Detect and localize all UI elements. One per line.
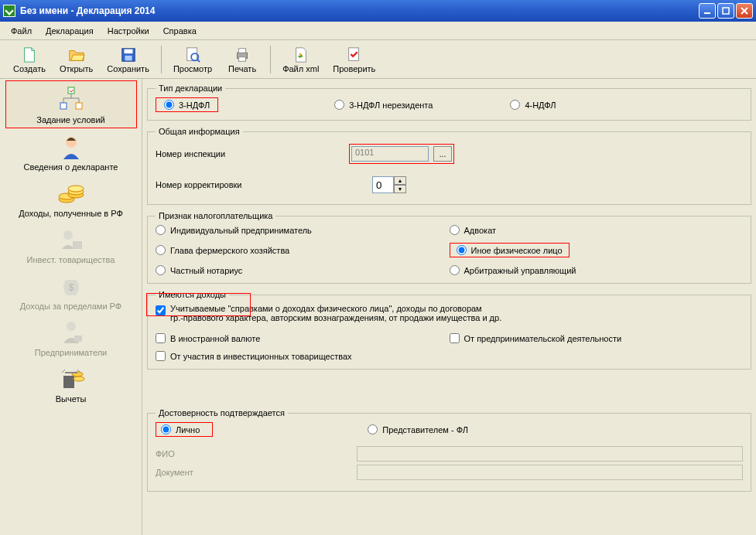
radio-rep[interactable]: [368, 424, 378, 434]
radio-ip[interactable]: [156, 225, 166, 235]
radio-4ndfl-label: 4-НДФЛ: [525, 101, 556, 110]
sidebar-item-declarant[interactable]: Сведения о декларанте: [5, 128, 137, 175]
menu-settings[interactable]: Настройки: [103, 25, 154, 37]
radio-self[interactable]: [161, 424, 171, 434]
radio-rep-wrapper: Представителем - ФЛ: [368, 422, 468, 437]
fio-label: ФИО: [156, 449, 349, 458]
sidebar-label: Задание условий: [8, 115, 135, 124]
close-button[interactable]: [736, 3, 753, 19]
radio-3ndfl-label: 3-НДФЛ: [179, 101, 210, 110]
radio-4ndfl[interactable]: [510, 100, 520, 110]
menu-bar: Файл Декларация Настройки Справка: [0, 22, 756, 40]
chk-spravki-label: Учитываемые "справками о доходах физичес…: [170, 304, 501, 322]
radio-ip-wrapper: Индивидуальный предприниматель: [156, 225, 450, 235]
svg-text:$: $: [68, 282, 74, 293]
confirm-group: Достоверность подтверждается Лично Предс…: [147, 408, 751, 492]
radio-other-label: Иное физическое лицо: [471, 246, 563, 255]
chk-invest-label: От участия в инвестиционных товарищества…: [170, 352, 352, 361]
radio-3ndfl[interactable]: [164, 100, 174, 110]
sidebar-item-conditions[interactable]: Задание условий: [5, 80, 137, 128]
correction-input[interactable]: [372, 176, 394, 193]
chk-invest[interactable]: [156, 351, 166, 361]
correction-spinner[interactable]: ▲ ▼: [372, 176, 406, 193]
chk-spravki[interactable]: [156, 305, 166, 315]
radio-lawyer-wrapper: Адвокат: [450, 225, 744, 235]
inspection-input[interactable]: 0101: [351, 146, 429, 162]
inspection-browse-button[interactable]: ...: [433, 146, 452, 162]
spinner-up-icon[interactable]: ▲: [394, 176, 406, 185]
svg-rect-10: [349, 47, 359, 60]
toolbar-separator: [161, 46, 162, 73]
xml-file-icon: [292, 46, 310, 64]
general-info-group: Общая информация Номер инспекции 0101 ..…: [147, 127, 751, 205]
sidebar-item-invest[interactable]: Инвест. товарищества: [5, 221, 137, 268]
moneybag-icon: $: [7, 271, 135, 302]
form-area: Тип декларации 3-НДФЛ 3-НДФЛ нерезидента…: [142, 79, 756, 535]
preview-button[interactable]: Просмотр: [166, 43, 219, 76]
svg-rect-0: [704, 12, 710, 14]
radio-arbitr-wrapper: Арбитражный управляющий: [450, 265, 744, 275]
radio-notary-wrapper: Частный нотариус: [156, 265, 450, 275]
radio-other-wrapper: Иное физическое лицо: [450, 243, 570, 257]
print-button[interactable]: Печать: [219, 43, 265, 76]
inspection-label: Номер инспекции: [156, 149, 341, 158]
sidebar-label: Сведения о декларанте: [7, 162, 135, 172]
radio-3ndfl-nonres[interactable]: [334, 100, 344, 110]
sidebar-item-income-rf[interactable]: Доходы, полученные в РФ: [5, 175, 137, 221]
filexml-button[interactable]: Файл xml: [275, 43, 326, 76]
sidebar: Задание условий Сведения о декларанте До…: [0, 79, 142, 535]
maximize-button[interactable]: [717, 3, 734, 19]
sidebar-item-income-abroad[interactable]: $ Доходы за пределами РФ: [5, 268, 137, 314]
doc-input[interactable]: [357, 465, 743, 480]
radio-farm-wrapper: Глава фермерского хозяйства: [156, 243, 450, 257]
minimize-button[interactable]: [699, 3, 716, 19]
content-area: Задание условий Сведения о декларанте До…: [0, 79, 756, 535]
general-info-legend: Общая информация: [156, 127, 243, 136]
chk-entrepr[interactable]: [450, 333, 460, 343]
chk-spravki-wrapper: Учитываемые "справками о доходах физичес…: [156, 304, 743, 322]
radio-lawyer-label: Адвокат: [464, 226, 497, 235]
radio-other[interactable]: [457, 245, 467, 255]
radio-notary[interactable]: [156, 265, 166, 275]
correction-label: Номер корректировки: [156, 180, 364, 189]
radio-farm[interactable]: [156, 245, 166, 255]
radio-3ndfl-nonres-wrapper: 3-НДФЛ нерезидента: [334, 97, 433, 112]
menu-declaration[interactable]: Декларация: [41, 25, 98, 37]
check-icon: [345, 46, 364, 64]
svg-rect-24: [74, 336, 82, 342]
fio-input[interactable]: [357, 446, 743, 462]
sidebar-item-deductions[interactable]: Вычеты: [5, 360, 137, 407]
menu-help[interactable]: Справка: [159, 25, 201, 37]
doc-label: Документ: [156, 468, 349, 477]
chk-foreign-label: В иностранной валюте: [170, 334, 260, 343]
radio-self-label: Лично: [176, 425, 200, 434]
radio-lawyer[interactable]: [450, 225, 460, 235]
toolbar: Создать Открыть Сохранить Просмотр Печат…: [0, 40, 756, 79]
entrepreneur-icon: [7, 317, 135, 348]
sidebar-label: Доходы, полученные в РФ: [7, 209, 135, 218]
spinner-down-icon[interactable]: ▼: [394, 185, 406, 193]
toolbar-separator: [270, 46, 271, 73]
radio-arbitr-label: Арбитражный управляющий: [464, 266, 576, 275]
chk-foreign[interactable]: [156, 333, 166, 343]
radio-self-wrapper: Лично: [156, 422, 213, 437]
taxpayer-group: Признак налогоплательщика Индивидуальный…: [147, 211, 751, 284]
menu-file[interactable]: Файл: [6, 25, 36, 37]
decl-type-legend: Тип декларации: [156, 83, 225, 93]
sidebar-label: Вычеты: [7, 394, 135, 404]
svg-rect-13: [76, 103, 82, 109]
app-icon: [3, 5, 15, 17]
save-button[interactable]: Сохранить: [100, 43, 156, 76]
svg-rect-25: [63, 376, 74, 388]
chk-invest-wrapper: От участия в инвестиционных товарищества…: [156, 351, 450, 361]
check-button[interactable]: Проверить: [326, 43, 382, 76]
radio-arbitr[interactable]: [450, 265, 460, 275]
svg-rect-12: [60, 103, 67, 109]
coins-icon: [7, 178, 135, 209]
deductions-icon: [7, 363, 135, 394]
chk-foreign-wrapper: В иностранной валюте: [156, 333, 450, 343]
open-button[interactable]: Открыть: [53, 43, 100, 76]
create-button[interactable]: Создать: [6, 43, 53, 76]
sidebar-item-entrepreneurs[interactable]: Предприниматели: [5, 314, 137, 360]
svg-rect-11: [68, 87, 74, 94]
